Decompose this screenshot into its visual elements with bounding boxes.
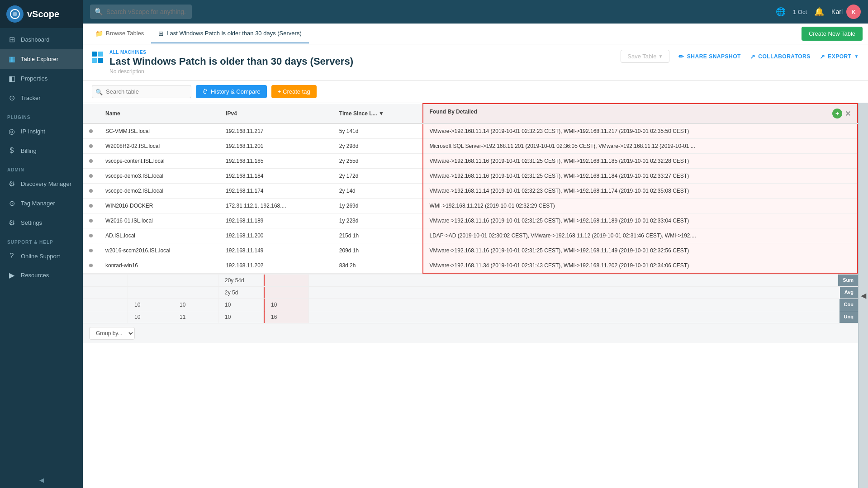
- footer-cell: 11: [173, 311, 218, 323]
- sidebar-item-dashboard[interactable]: ⊞ Dashboard: [0, 30, 83, 49]
- sidebar-item-discovery-manager[interactable]: ⚙ Discovery Manager: [0, 174, 83, 194]
- footer-cell: [83, 275, 128, 286]
- breadcrumb: ALL MACHINES: [109, 50, 353, 55]
- sidebar-item-online-support[interactable]: ? Online Support: [0, 246, 83, 265]
- cell-found-by: VMware->192.168.11.16 (2019-10-01 02:31:…: [423, 169, 858, 184]
- footer-cell: [264, 275, 309, 286]
- tab-label: Last Windows Patch is older than 30 days…: [166, 30, 301, 37]
- collaborators-button[interactable]: ↗ COLLABORATORS: [750, 53, 811, 60]
- tab-active-table[interactable]: ⊞ Last Windows Patch is older than 30 da…: [151, 24, 308, 43]
- export-button[interactable]: ↗ EXPORT ▼: [820, 53, 859, 60]
- status-dot: [89, 159, 93, 163]
- footer-cell: 10: [218, 311, 264, 323]
- cell-found-by: VMware->192.168.11.34 (2019-10-01 02:31:…: [423, 258, 858, 274]
- data-table: Name IPv4 Time Since L... ▼ Found By Det…: [83, 103, 858, 274]
- table-row: WIN2016-DOCKER 172.31.112.1, 192.168....…: [83, 199, 858, 213]
- tab-browse-tables[interactable]: 📁 Browse Tables: [88, 24, 151, 43]
- sidebar: vScope ⊞ Dashboard ▦ Table Explorer ◧ Pr…: [0, 0, 83, 488]
- status-dot: [89, 189, 93, 193]
- footer-cell: 10: [128, 299, 173, 311]
- bell-icon[interactable]: 🔔: [814, 7, 824, 17]
- right-panel-toggle[interactable]: ◀: [858, 103, 868, 488]
- plugins-label: PLUGINS: [0, 108, 83, 122]
- cell-ipv4: 192.168.11.149: [219, 243, 333, 258]
- cell-ipv4: 192.168.11.174: [219, 184, 333, 199]
- sidebar-item-settings[interactable]: ⚙ Settings: [0, 213, 83, 232]
- table-row: vscope-demo3.ISL.local 192.168.11.184 2y…: [83, 169, 858, 184]
- group-by-select[interactable]: Group by...: [89, 327, 135, 340]
- col-time-since[interactable]: Time Since L... ▼: [333, 104, 423, 123]
- toolbar: 🔍 ⏱ History & Compare + Create tag: [83, 81, 868, 103]
- sidebar-item-properties[interactable]: ◧ Properties: [0, 69, 83, 88]
- online-support-icon: ?: [7, 252, 16, 260]
- cell-status: [83, 184, 99, 199]
- sidebar-item-label: Billing: [21, 147, 37, 154]
- status-dot: [89, 204, 93, 208]
- table-row: w2016-sccm2016.ISL.local 192.168.11.149 …: [83, 243, 858, 258]
- cell-name: W2016-01.ISL.local: [99, 213, 219, 228]
- sidebar-item-billing[interactable]: $ Billing: [0, 141, 83, 160]
- cell-name: AD.ISL.local: [99, 228, 219, 243]
- cell-time-since: 2y 255d: [333, 154, 423, 169]
- table-container: Name IPv4 Time Since L... ▼ Found By Det…: [83, 103, 858, 488]
- group-by-bar: Group by...: [83, 323, 858, 343]
- tabs-bar: 📁 Browse Tables ⊞ Last Windows Patch is …: [83, 24, 868, 44]
- footer-cell: 2y 5d: [218, 287, 264, 298]
- sidebar-item-ip-insight[interactable]: ◎ IP Insight: [0, 122, 83, 141]
- cell-time-since: 2y 298d: [333, 139, 423, 154]
- logo-icon: [6, 5, 24, 23]
- status-dot: [89, 174, 93, 178]
- table-header-area: ALL MACHINES Last Windows Patch is older…: [83, 44, 868, 81]
- sidebar-item-tracker[interactable]: ⊙ Tracker: [0, 88, 83, 108]
- footer-cell: [83, 311, 128, 323]
- search-table-input[interactable]: [92, 85, 191, 98]
- globe-icon[interactable]: 🌐: [776, 7, 786, 17]
- cell-name: vscope-content.ISL.local: [99, 154, 219, 169]
- history-compare-button[interactable]: ⏱ History & Compare: [196, 85, 267, 98]
- sidebar-collapse-button[interactable]: ◀: [0, 472, 83, 488]
- save-table-label: Save Table: [627, 53, 656, 60]
- col-found-by[interactable]: Found By Detailed + ✕: [423, 104, 858, 123]
- sidebar-item-label: Dashboard: [21, 36, 50, 43]
- save-table-button[interactable]: Save Table ▼: [621, 50, 669, 63]
- status-dot: [89, 219, 93, 223]
- logo-text: vScope: [27, 9, 59, 19]
- grid-sq4: [98, 58, 103, 63]
- chevron-left-icon: ◀: [39, 477, 44, 483]
- footer-cell: 10: [264, 299, 309, 311]
- properties-icon: ◧: [7, 74, 16, 83]
- cell-name: WIN2016-DOCKER: [99, 199, 219, 213]
- global-search-input[interactable]: [90, 5, 192, 19]
- table-row: konrad-win16 192.168.11.202 83d 2h VMwar…: [83, 258, 858, 274]
- cell-name: w2016-sccm2016.ISL.local: [99, 243, 219, 258]
- username: Karl: [831, 8, 843, 15]
- status-dot: [89, 144, 93, 148]
- logo[interactable]: vScope: [0, 0, 83, 28]
- footer-row-sum: 20y 54d Sum: [83, 274, 858, 286]
- col-ipv4[interactable]: IPv4: [219, 104, 333, 123]
- sidebar-item-resources[interactable]: ▶ Resources: [0, 265, 83, 285]
- user-menu[interactable]: Karl K: [831, 5, 861, 19]
- share-icon: ↗: [750, 53, 756, 60]
- cell-found-by: VMware->192.168.11.16 (2019-10-01 02:31:…: [423, 154, 858, 169]
- sort-icon: ▼: [379, 110, 384, 117]
- table-title-section: ALL MACHINES Last Windows Patch is older…: [109, 50, 353, 75]
- discovery-manager-icon: ⚙: [7, 180, 16, 188]
- sidebar-item-table-explorer[interactable]: ▦ Table Explorer: [0, 49, 83, 69]
- footer-cell: [173, 287, 218, 298]
- cell-status: [83, 139, 99, 154]
- cell-time-since: 1y 269d: [333, 199, 423, 213]
- table-row: W2008R2-02.ISL.local 192.168.11.201 2y 2…: [83, 139, 858, 154]
- sidebar-item-tag-manager[interactable]: ⊙ Tag Manager: [0, 194, 83, 213]
- col-name[interactable]: Name: [99, 104, 219, 123]
- share-snapshot-button[interactable]: ✏ SHARE SNAPSHOT: [678, 53, 741, 60]
- create-new-table-button[interactable]: Create New Table: [802, 27, 863, 41]
- cell-found-by: VMware->192.168.11.14 (2019-10-01 02:32:…: [423, 184, 858, 199]
- topbar-right: 🌐 1 Oct 🔔 Karl K: [776, 5, 861, 19]
- close-column-button[interactable]: ✕: [845, 109, 851, 118]
- create-tag-button[interactable]: + Create tag: [271, 85, 317, 98]
- add-column-button[interactable]: +: [832, 109, 842, 118]
- chevron-right-icon: ◀: [861, 291, 866, 300]
- tracker-icon: ⊙: [7, 94, 16, 102]
- cell-ipv4: 192.168.11.200: [219, 228, 333, 243]
